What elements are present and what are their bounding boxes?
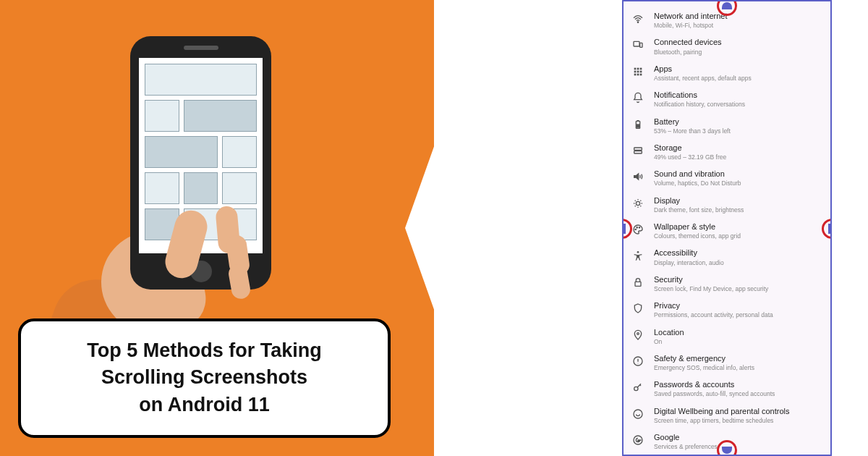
- svg-rect-3: [634, 67, 637, 69]
- svg-point-19: [637, 227, 637, 228]
- settings-item-subtitle: Assistant, recent apps, default apps: [654, 75, 822, 82]
- svg-rect-2: [640, 43, 642, 48]
- location-icon: [632, 329, 644, 341]
- svg-rect-9: [634, 73, 637, 75]
- settings-item-subtitle: Volume, haptics, Do Not Disturb: [654, 180, 822, 187]
- title-line-3: on Android 11: [41, 392, 367, 419]
- svg-rect-14: [637, 124, 639, 127]
- settings-item-title: Digital Wellbeing and parental controls: [654, 407, 822, 416]
- display-icon: [632, 198, 644, 209]
- settings-item-title: Google: [654, 433, 822, 442]
- title-line-1: Top 5 Methods for Taking: [41, 337, 367, 365]
- settings-item-subtitle: Screen time, app timers, bedtime schedul…: [654, 417, 822, 424]
- settings-item-title: Location: [654, 328, 822, 337]
- svg-point-18: [635, 229, 636, 229]
- settings-item-subtitle: Colours, themed icons, app grid: [654, 232, 822, 240]
- settings-item-title: Notifications: [654, 90, 822, 100]
- settings-item-title: Display: [654, 196, 822, 206]
- settings-item[interactable]: Passwords & accountsSaved passwords, aut…: [632, 376, 822, 402]
- settings-item[interactable]: NotificationsNotification history, conve…: [632, 86, 822, 112]
- svg-rect-11: [640, 73, 642, 75]
- wifi-icon: [632, 13, 644, 25]
- devices-icon: [632, 39, 644, 51]
- settings-item-subtitle: Services & preferences: [654, 443, 822, 450]
- svg-rect-8: [640, 70, 642, 72]
- safety-icon: [632, 355, 644, 367]
- battery-icon: [632, 119, 644, 130]
- settings-item-title: Privacy: [654, 301, 822, 311]
- settings-item-subtitle: Screen lock, Find My Device, app securit…: [654, 285, 822, 292]
- settings-item-title: Network and internet: [654, 12, 822, 21]
- a11y-icon: [632, 250, 644, 261]
- svg-point-26: [634, 410, 642, 418]
- settings-item-subtitle: Dark theme, font size, brightness: [654, 206, 822, 214]
- settings-item-title: Storage: [654, 143, 822, 153]
- settings-item[interactable]: Wallpaper & styleColours, themed icons, …: [632, 218, 822, 244]
- bell-icon: [632, 92, 644, 104]
- settings-item[interactable]: Battery53% – More than 3 days left: [632, 113, 822, 139]
- apps-icon: [632, 66, 644, 77]
- svg-rect-16: [634, 151, 642, 153]
- svg-point-21: [637, 251, 639, 253]
- key-icon: [632, 381, 644, 393]
- settings-item[interactable]: PrivacyPermissions, account activity, pe…: [632, 297, 822, 323]
- settings-item-subtitle: On: [654, 338, 822, 345]
- crop-handle-left[interactable]: [622, 219, 632, 239]
- svg-point-0: [637, 22, 638, 22]
- settings-item-title: Safety & emergency: [654, 354, 822, 363]
- svg-point-23: [637, 332, 639, 334]
- lock-icon: [632, 276, 644, 288]
- privacy-icon: [632, 303, 644, 314]
- settings-item-title: Sound and vibration: [654, 169, 822, 179]
- svg-rect-6: [634, 70, 637, 72]
- settings-item-title: Battery: [654, 117, 822, 127]
- settings-item[interactable]: Safety & emergencyEmergency SOS, medical…: [632, 350, 822, 376]
- svg-rect-15: [634, 148, 642, 150]
- settings-item-title: Wallpaper & style: [654, 222, 822, 232]
- settings-item-title: Accessibility: [654, 248, 822, 258]
- svg-rect-4: [637, 67, 639, 69]
- settings-item[interactable]: AppsAssistant, recent apps, default apps: [632, 60, 822, 86]
- svg-point-20: [639, 227, 639, 228]
- settings-item[interactable]: AccessibilityDisplay, interaction, audio: [632, 244, 822, 270]
- settings-item[interactable]: Connected devicesBluetooth, pairing: [632, 33, 822, 59]
- settings-item-subtitle: Saved passwords, auto-fill, synced accou…: [654, 390, 822, 397]
- svg-rect-1: [634, 42, 639, 47]
- settings-item[interactable]: LocationOn: [632, 324, 822, 350]
- settings-item-title: Security: [654, 275, 822, 284]
- title-line-2: Scrolling Screenshots: [41, 364, 367, 392]
- phone-illustration: [130, 36, 289, 297]
- svg-point-25: [634, 387, 638, 391]
- settings-item[interactable]: Digital Wellbeing and parental controlsS…: [632, 402, 822, 428]
- settings-item-subtitle: Emergency SOS, medical info, alerts: [654, 364, 822, 371]
- crop-handle-right[interactable]: [822, 219, 832, 239]
- svg-rect-22: [635, 282, 641, 286]
- settings-item-subtitle: Mobile, Wi-Fi, hotspot: [654, 22, 822, 29]
- storage-icon: [632, 145, 644, 156]
- palette-icon: [632, 224, 644, 235]
- settings-item-title: Passwords & accounts: [654, 380, 822, 389]
- settings-item-title: Apps: [654, 64, 822, 74]
- settings-item[interactable]: DisplayDark theme, font size, brightness: [632, 192, 822, 218]
- settings-item[interactable]: SecurityScreen lock, Find My Device, app…: [632, 271, 822, 297]
- title-card: Top 5 Methods for Taking Scrolling Scree…: [18, 318, 391, 438]
- google-icon: [632, 434, 644, 446]
- wedge-cut: [405, 0, 637, 456]
- wellbeing-icon: [632, 408, 644, 420]
- settings-item-subtitle: 49% used – 32.19 GB free: [654, 153, 822, 161]
- settings-item[interactable]: Sound and vibrationVolume, haptics, Do N…: [632, 165, 822, 191]
- svg-rect-5: [640, 67, 642, 69]
- settings-item-title: Connected devices: [654, 38, 822, 47]
- settings-item-subtitle: Bluetooth, pairing: [654, 48, 822, 56]
- svg-rect-10: [637, 73, 639, 75]
- crop-handle-bottom[interactable]: [717, 440, 737, 456]
- settings-item[interactable]: Storage49% used – 32.19 GB free: [632, 139, 822, 165]
- svg-rect-7: [637, 70, 639, 72]
- svg-point-17: [636, 201, 639, 205]
- settings-item-subtitle: 53% – More than 3 days left: [654, 127, 822, 135]
- android-settings-screenshot: Network and internetMobile, Wi-Fi, hotsp…: [622, 0, 832, 456]
- settings-item-subtitle: Display, interaction, audio: [654, 259, 822, 266]
- svg-rect-13: [637, 120, 639, 121]
- settings-item-subtitle: Permissions, account activity, personal …: [654, 311, 822, 318]
- settings-item-subtitle: Notification history, conversations: [654, 101, 822, 108]
